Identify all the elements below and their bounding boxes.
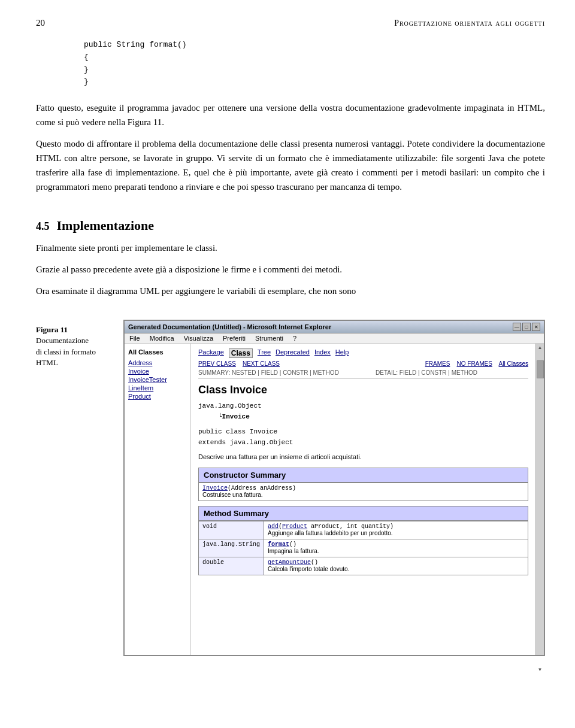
- prev-next-links: PREV CLASS NEXT CLASS: [198, 360, 280, 367]
- nav-index[interactable]: Index: [314, 348, 331, 358]
- code-line-3: }: [84, 64, 545, 77]
- maximize-button[interactable]: □: [522, 323, 531, 331]
- frames-links: FRAMES NO FRAMES All Classes: [425, 360, 528, 367]
- menu-visualizza[interactable]: Visualizza: [184, 335, 213, 342]
- scroll-thumb[interactable]: [537, 360, 544, 378]
- constructor-link[interactable]: Invoice: [202, 485, 228, 492]
- menu-help[interactable]: ?: [293, 335, 296, 342]
- figure-caption-2: di classi in formato: [36, 347, 114, 357]
- class-title: Class Invoice: [198, 384, 528, 396]
- javadoc-sublinks: PREV CLASS NEXT CLASS FRAMES NO FRAMES A…: [198, 360, 528, 367]
- method-add-desc: Aggiunge alla fattura laddebito per un p…: [268, 530, 393, 536]
- method-row-add: void add(Product aProduct, int quantity)…: [199, 521, 528, 539]
- sidebar-link-lineitem[interactable]: LineItem: [128, 384, 186, 392]
- scroll-up-arrow[interactable]: ▲: [538, 344, 543, 352]
- nav-package[interactable]: Package: [198, 348, 224, 358]
- inheritance-block: java.lang.Object └Invoice: [198, 401, 528, 422]
- method-getamount-link[interactable]: getAmountDue: [268, 559, 311, 566]
- method-table: void add(Product aProduct, int quantity)…: [198, 521, 528, 575]
- page-number: 20: [36, 18, 45, 28]
- summary-text: SUMMARY: NESTED | FIELD | CONSTR | METHO…: [198, 369, 339, 376]
- sidebar-panel: All Classes Address Invoice InvoiceTeste…: [125, 344, 190, 655]
- nav-class-active[interactable]: Class: [229, 348, 253, 358]
- constructor-row: Invoice(Address anAddress) Costruisce un…: [199, 483, 528, 500]
- method-summary-header: Method Summary: [198, 506, 528, 521]
- inheritance-bold: Invoice: [222, 413, 250, 420]
- method-row-getamount: double getAmountDue() Calcola l'importo …: [199, 557, 528, 575]
- code-block: public String format() { } }: [84, 39, 545, 89]
- browser-window: Generated Documentation (Untitled) - Mic…: [123, 320, 545, 656]
- browser-title: Generated Documentation (Untitled) - Mic…: [128, 323, 331, 330]
- class-code: public class Invoice extends java.lang.O…: [198, 427, 528, 448]
- page-container: 20 Progettazione orientata agli oggetti …: [0, 0, 575, 674]
- method-row-format: java.lang.String format() Impagina la fa…: [199, 539, 528, 557]
- no-frames-link[interactable]: NO FRAMES: [457, 360, 492, 367]
- titlebar-buttons: — □ ✕: [513, 323, 540, 331]
- sidebar-link-product[interactable]: Product: [128, 393, 186, 400]
- next-class-link[interactable]: NEXT CLASS: [243, 360, 280, 367]
- method-getamount-desc: Calcola l'importo totale dovuto.: [268, 566, 349, 572]
- section-p1: Finalmente siete pronti per implementare…: [36, 241, 545, 255]
- figure-label: Figura 11: [36, 324, 114, 335]
- browser-titlebar: Generated Documentation (Untitled) - Mic…: [125, 321, 544, 333]
- code-extends: extends java.lang.Object: [198, 438, 528, 448]
- section-heading: 4.5 Implementazione: [36, 218, 545, 233]
- sidebar-link-invoice[interactable]: Invoice: [128, 368, 186, 375]
- main-panel: Package Class Tree Deprecated Index Help…: [190, 344, 535, 655]
- section-p3: Ora esaminate il diagramma UML per aggiu…: [36, 284, 545, 298]
- format-bold: format: [268, 541, 289, 548]
- all-classes-link[interactable]: All Classes: [499, 360, 528, 367]
- page-header: 20 Progettazione orientata agli oggetti: [36, 18, 545, 28]
- section-number: 4.5: [36, 220, 50, 233]
- method-format-desc: Impagina la fattura.: [268, 548, 319, 554]
- constructor-summary-header: Constructor Summary: [198, 468, 528, 483]
- code-line-4: }: [84, 76, 545, 89]
- nav-help[interactable]: Help: [335, 348, 349, 358]
- frames-link[interactable]: FRAMES: [425, 360, 450, 367]
- code-public-class: public class Invoice: [198, 427, 528, 438]
- summary-detail-line: SUMMARY: NESTED | FIELD | CONSTR | METHO…: [198, 369, 528, 379]
- menu-modifica[interactable]: Modifica: [150, 335, 174, 342]
- constructor-signature: Invoice(Address anAddress) Costruisce un…: [199, 483, 528, 500]
- prev-class-link[interactable]: PREV CLASS: [198, 360, 236, 367]
- nav-tree[interactable]: Tree: [258, 348, 271, 358]
- sidebar-link-invoicetester[interactable]: InvoiceTester: [128, 376, 186, 383]
- method-add-link[interactable]: add: [268, 523, 279, 530]
- method-type-string: java.lang.String: [199, 539, 264, 557]
- all-classes-header: All Classes: [128, 348, 186, 356]
- code-line-1: public String format(): [84, 39, 545, 51]
- method-add: add(Product aProduct, int quantity) Aggi…: [264, 521, 528, 539]
- menu-preferiti[interactable]: Preferiti: [223, 335, 246, 342]
- constructor-table: Invoice(Address anAddress) Costruisce un…: [198, 483, 528, 501]
- section-title: Implementazione: [57, 218, 155, 233]
- product-type-link[interactable]: Product: [282, 523, 307, 530]
- page-title: Progettazione orientata agli oggetti: [394, 19, 545, 28]
- method-type-double: double: [199, 557, 264, 575]
- section-p2: Grazie al passo precedente avete già a d…: [36, 262, 545, 277]
- inheritance-root: java.lang.Object: [198, 401, 528, 412]
- browser-content: All Classes Address Invoice InvoiceTeste…: [125, 344, 544, 655]
- javadoc-nav: Package Class Tree Deprecated Index Help: [198, 348, 528, 358]
- close-button[interactable]: ✕: [532, 323, 540, 331]
- nav-deprecated[interactable]: Deprecated: [276, 348, 310, 358]
- method-format: format() Impagina la fattura.: [264, 539, 528, 557]
- sidebar-link-address[interactable]: Address: [128, 359, 186, 366]
- paragraph-1: Fatto questo, eseguite il programma java…: [36, 101, 545, 129]
- code-line-2: {: [84, 51, 545, 64]
- browser-menubar: File Modifica Visualizza Preferiti Strum…: [125, 333, 544, 344]
- detail-text: DETAIL: FIELD | CONSTR | METHOD: [376, 369, 477, 376]
- menu-strumenti[interactable]: Strumenti: [255, 335, 283, 342]
- inheritance-child: └Invoice: [198, 412, 528, 423]
- constructor-desc: Costruisce una fattura.: [202, 492, 263, 498]
- figure-caption: Figura 11 Documentazione di classi in fo…: [36, 320, 114, 656]
- class-description: Descrive una fattura per un insieme di a…: [198, 453, 528, 460]
- figure-caption-1: Documentazione: [36, 335, 114, 346]
- minimize-button[interactable]: —: [513, 323, 521, 331]
- method-getamount: getAmountDue() Calcola l'importo totale …: [264, 557, 528, 575]
- paragraph-2: Questo modo di affrontare il problema de…: [36, 136, 545, 194]
- method-format-link[interactable]: format: [268, 541, 289, 548]
- scrollbar[interactable]: ▲ ▼: [535, 344, 544, 655]
- figure-caption-3: HTML: [36, 357, 114, 368]
- p2-text: Questo modo di affrontare il problema de…: [36, 139, 545, 192]
- menu-file[interactable]: File: [129, 335, 140, 342]
